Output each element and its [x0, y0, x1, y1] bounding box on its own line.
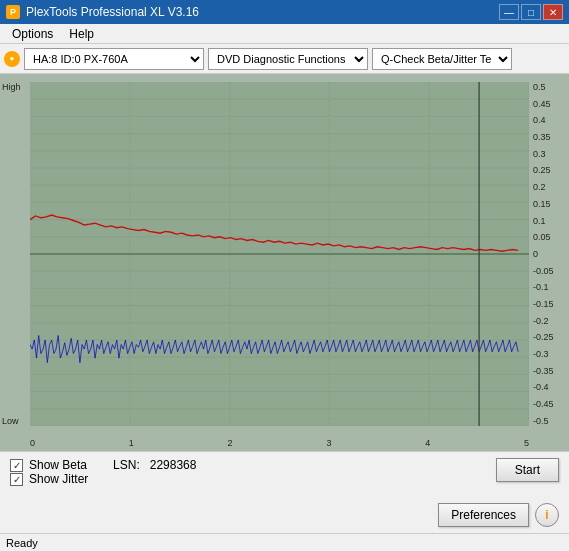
close-button[interactable]: ✕: [543, 4, 563, 20]
main-content: High Low 0.50.450.40.350.3 0.250.20.150.…: [0, 74, 569, 551]
chart-x-labels: 012345: [30, 438, 529, 448]
status-text: Ready: [6, 537, 38, 549]
title-text: PlexTools Professional XL V3.16: [26, 5, 199, 19]
info-button[interactable]: i: [535, 503, 559, 527]
show-jitter-row: Show Jitter: [10, 472, 196, 486]
show-jitter-checkbox[interactable]: [10, 473, 23, 486]
device-dropdown[interactable]: HA:8 ID:0 PX-760A: [24, 48, 204, 70]
device-icon: ●: [4, 51, 20, 67]
preferences-button[interactable]: Preferences: [438, 503, 529, 527]
toolbar: ● HA:8 ID:0 PX-760A DVD Diagnostic Funct…: [0, 44, 569, 74]
title-bar: P PlexTools Professional XL V3.16 — □ ✕: [0, 0, 569, 24]
show-beta-row: Show Beta LSN: 2298368: [10, 458, 196, 472]
app-icon: P: [6, 5, 20, 19]
chart-inner: [30, 82, 529, 426]
show-beta-checkbox[interactable]: [10, 459, 23, 472]
bottom-panel: Show Beta LSN: 2298368 Show Jitter Start…: [0, 451, 569, 533]
chart-container: High Low 0.50.450.40.350.3 0.250.20.150.…: [0, 74, 569, 451]
chart-high-label: High: [2, 82, 21, 92]
show-beta-label: Show Beta: [29, 458, 87, 472]
test-dropdown[interactable]: Q-Check Beta/Jitter Test: [372, 48, 512, 70]
start-button[interactable]: Start: [496, 458, 559, 482]
function-dropdown[interactable]: DVD Diagnostic Functions: [208, 48, 368, 70]
menu-bar: Options Help: [0, 24, 569, 44]
chart-y-right: 0.50.450.40.350.3 0.250.20.150.10.05 0-0…: [531, 82, 569, 426]
maximize-button[interactable]: □: [521, 4, 541, 20]
lsn-value: 2298368: [150, 458, 197, 472]
chart-low-label: Low: [2, 416, 19, 426]
menu-help[interactable]: Help: [61, 25, 102, 43]
lsn-label: LSN:: [113, 458, 140, 472]
minimize-button[interactable]: —: [499, 4, 519, 20]
menu-options[interactable]: Options: [4, 25, 61, 43]
chart-svg: [30, 82, 529, 426]
show-jitter-label: Show Jitter: [29, 472, 88, 486]
status-bar: Ready: [0, 533, 569, 551]
